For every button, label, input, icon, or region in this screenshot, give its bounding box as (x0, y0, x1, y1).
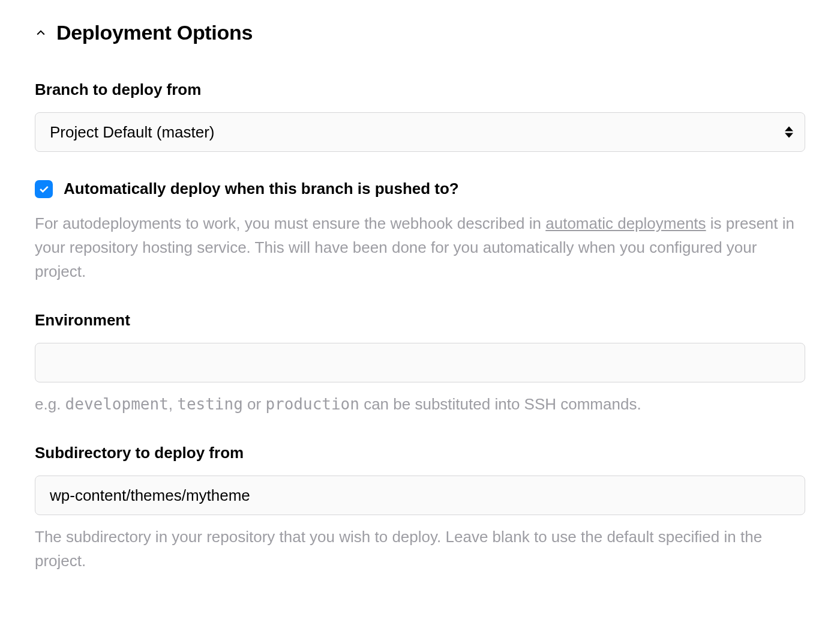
autodeploy-checkbox-row: Automatically deploy when this branch is… (35, 180, 805, 198)
section-header[interactable]: Deployment Options (35, 21, 805, 44)
environment-help-after: can be substituted into SSH commands. (359, 395, 641, 413)
environment-help-code3: production (265, 395, 359, 413)
environment-input[interactable] (35, 343, 805, 382)
autodeploy-checkbox[interactable] (35, 180, 53, 198)
autodeploy-field: Automatically deploy when this branch is… (35, 180, 805, 283)
branch-select[interactable]: Project Default (master) (35, 112, 805, 152)
chevron-up-icon (35, 27, 47, 39)
environment-help-sep2: or (243, 395, 266, 413)
autodeploy-help-link[interactable]: automatic deployments (545, 214, 706, 232)
subdirectory-help: The subdirectory in your repository that… (35, 525, 805, 573)
subdirectory-field: Subdirectory to deploy from The subdirec… (35, 444, 805, 573)
section-title: Deployment Options (56, 21, 253, 44)
environment-help-before: e.g. (35, 395, 65, 413)
environment-help: e.g. development, testing or production … (35, 392, 805, 416)
branch-label: Branch to deploy from (35, 80, 805, 99)
autodeploy-help: For autodeployments to work, you must en… (35, 211, 805, 283)
branch-field: Branch to deploy from Project Default (m… (35, 80, 805, 152)
environment-help-code2: testing (177, 395, 243, 413)
environment-field: Environment e.g. development, testing or… (35, 311, 805, 416)
environment-help-code1: development (65, 395, 169, 413)
subdirectory-input[interactable] (35, 476, 805, 515)
branch-select-wrap: Project Default (master) (35, 112, 805, 152)
subdirectory-label: Subdirectory to deploy from (35, 444, 805, 462)
autodeploy-checkbox-label: Automatically deploy when this branch is… (64, 180, 459, 198)
environment-label: Environment (35, 311, 805, 330)
environment-help-sep1: , (169, 395, 177, 413)
autodeploy-help-before: For autodeployments to work, you must en… (35, 214, 545, 232)
